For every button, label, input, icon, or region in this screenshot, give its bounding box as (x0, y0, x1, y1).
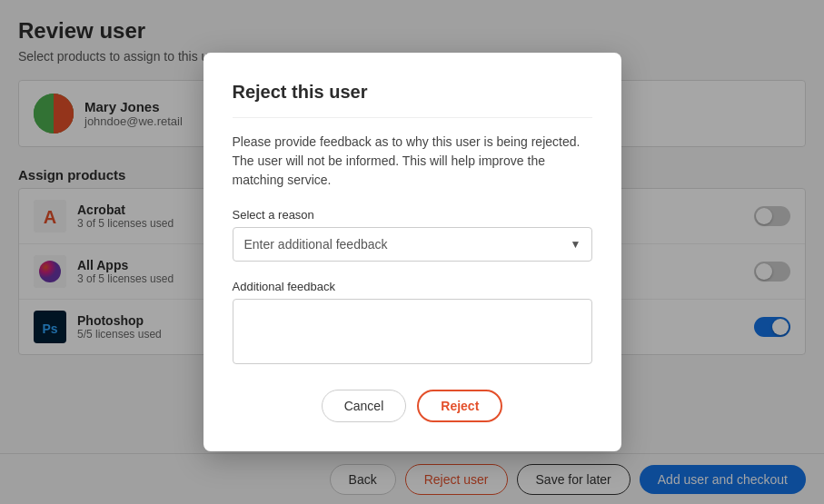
modal-actions: Cancel Reject (233, 390, 592, 422)
select-reason-label: Select a reason (233, 208, 592, 222)
modal-body-text: Please provide feedback as to why this u… (233, 133, 592, 190)
select-reason-wrapper: Enter additional feedback Wrong match No… (233, 227, 592, 262)
reject-button[interactable]: Reject (417, 390, 502, 422)
select-reason-dropdown[interactable]: Enter additional feedback Wrong match No… (233, 227, 592, 262)
modal-title: Reject this user (233, 82, 592, 118)
modal-overlay: Reject this user Please provide feedback… (0, 0, 824, 504)
feedback-textarea[interactable] (233, 299, 592, 364)
cancel-button[interactable]: Cancel (322, 390, 407, 422)
modal-dialog: Reject this user Please provide feedback… (204, 53, 621, 451)
feedback-label: Additional feedback (233, 280, 592, 293)
